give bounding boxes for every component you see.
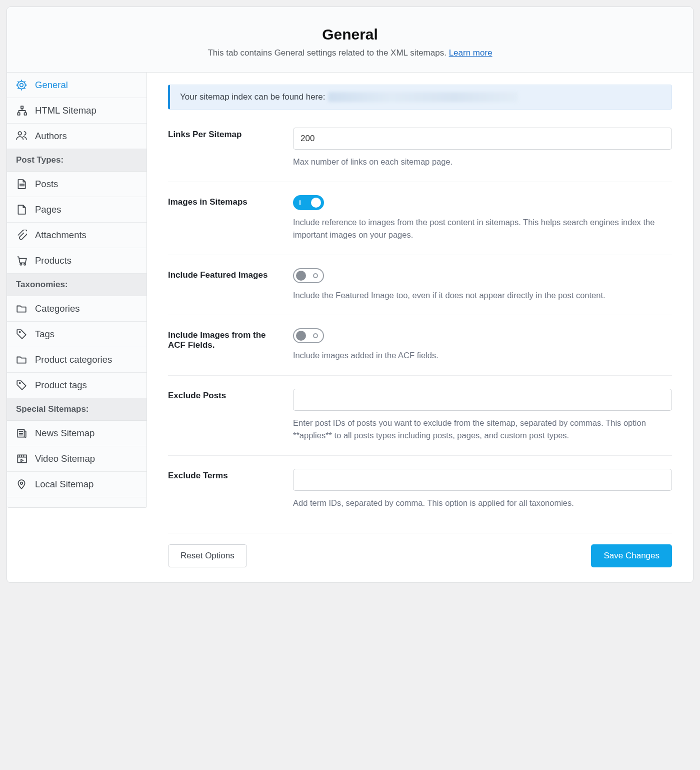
sidebar-item-categories[interactable]: Categories — [7, 296, 146, 322]
news-icon — [16, 428, 27, 439]
settings-card: General This tab contains General settin… — [6, 7, 694, 583]
field-desc: Include images added in the ACF fields. — [293, 349, 672, 362]
doc-icon — [16, 179, 27, 190]
sidebar-item-html-sitemap[interactable]: HTML Sitemap — [7, 98, 146, 124]
sitemap-url-notice: Your sitemap index can be found here: — [168, 85, 672, 110]
sidebar-item-label: Tags — [35, 329, 54, 340]
field-desc: Max number of links on each sitemap page… — [293, 156, 672, 169]
sidebar-item-product-tags[interactable]: Product tags — [7, 373, 146, 398]
sidebar-item-label: Product tags — [35, 380, 87, 391]
gear-icon — [16, 80, 27, 91]
sidebar-item-label: Authors — [35, 131, 67, 142]
field-images-in-sitemaps: Images in Sitemaps Include reference to … — [168, 182, 672, 255]
main-panel: Your sitemap index can be found here: Li… — [147, 73, 693, 582]
sidebar-item-label: Categories — [35, 303, 80, 314]
sidebar-heading-post-types: Post Types: — [7, 149, 146, 172]
field-label: Images in Sitemaps — [168, 195, 281, 207]
sidebar-item-product-categories[interactable]: Product categories — [7, 347, 146, 373]
field-desc: Add term IDs, separated by comma. This o… — [293, 497, 672, 510]
reset-options-button[interactable]: Reset Options — [168, 544, 247, 567]
sidebar-item-authors[interactable]: Authors — [7, 124, 146, 149]
field-label: Links Per Sitemap — [168, 128, 281, 140]
field-exclude-terms: Exclude Terms Add term IDs, separated by… — [168, 456, 672, 523]
field-desc: Enter post IDs of posts you want to excl… — [293, 417, 672, 442]
sidebar-item-video-sitemap[interactable]: Video Sitemap — [7, 446, 146, 472]
clip-icon — [16, 230, 27, 241]
field-desc: Include the Featured Image too, even if … — [293, 289, 672, 302]
folder-icon — [16, 303, 27, 314]
sidebar: GeneralHTML SitemapAuthorsPost Types:Pos… — [7, 73, 147, 508]
page-title: General — [17, 26, 683, 43]
sidebar-item-label: Video Sitemap — [35, 453, 95, 464]
sidebar-item-label: News Sitemap — [35, 428, 94, 439]
sidebar-item-local-sitemap[interactable]: Local Sitemap — [7, 472, 146, 497]
sidebar-heading-taxonomies: Taxonomies: — [7, 274, 146, 296]
sidebar-item-label: Attachments — [35, 230, 86, 241]
include-featured-toggle[interactable] — [293, 268, 324, 283]
exclude-terms-input[interactable] — [293, 469, 672, 491]
field-exclude-posts: Exclude Posts Enter post IDs of posts yo… — [168, 376, 672, 456]
field-label: Include Images from the ACF Fields. — [168, 328, 281, 350]
field-label: Include Featured Images — [168, 268, 281, 280]
cart-icon — [16, 255, 27, 266]
footer-actions: Reset Options Save Changes — [168, 533, 672, 582]
pin-icon — [16, 479, 27, 490]
page-icon — [16, 204, 27, 215]
sitemap-icon — [16, 105, 27, 116]
sidebar-item-attachments[interactable]: Attachments — [7, 223, 146, 248]
sidebar-item-tags[interactable]: Tags — [7, 322, 146, 347]
folder-icon — [16, 354, 27, 365]
sidebar-item-products[interactable]: Products — [7, 248, 146, 274]
field-links-per-sitemap: Links Per Sitemap Max number of links on… — [168, 128, 672, 182]
learn-more-link[interactable]: Learn more — [449, 48, 492, 58]
sidebar-heading-special: Special Sitemaps: — [7, 398, 146, 421]
save-changes-button[interactable]: Save Changes — [591, 544, 672, 567]
field-include-acf: Include Images from the ACF Fields. Incl… — [168, 315, 672, 376]
sidebar-item-label: Product categories — [35, 354, 112, 365]
field-label: Exclude Posts — [168, 389, 281, 401]
field-include-featured: Include Featured Images Include the Feat… — [168, 255, 672, 316]
sidebar-item-label: Posts — [35, 179, 58, 190]
video-icon — [16, 453, 27, 464]
card-header: General This tab contains General settin… — [7, 7, 693, 73]
sidebar-item-news-sitemap[interactable]: News Sitemap — [7, 421, 146, 446]
tag-icon — [16, 329, 27, 340]
sidebar-item-label: Products — [35, 255, 72, 266]
page-subtitle: This tab contains General settings relat… — [17, 48, 683, 58]
sidebar-item-label: Pages — [35, 204, 61, 215]
field-label: Exclude Terms — [168, 469, 281, 481]
images-in-sitemaps-toggle[interactable] — [293, 195, 324, 210]
field-desc: Include reference to images from the pos… — [293, 216, 672, 242]
include-acf-toggle[interactable] — [293, 328, 324, 343]
links-per-sitemap-input[interactable] — [293, 128, 672, 150]
sidebar-item-label: Local Sitemap — [35, 479, 94, 490]
redacted-url — [328, 92, 518, 102]
tag-icon — [16, 380, 27, 391]
exclude-posts-input[interactable] — [293, 389, 672, 411]
sidebar-item-label: General — [35, 80, 68, 91]
notice-text: Your sitemap index can be found here: — [180, 92, 325, 102]
users-icon — [16, 131, 27, 142]
sidebar-item-label: HTML Sitemap — [35, 105, 96, 116]
sidebar-item-pages[interactable]: Pages — [7, 197, 146, 223]
sidebar-item-general[interactable]: General — [7, 73, 146, 98]
sidebar-item-posts[interactable]: Posts — [7, 172, 146, 197]
